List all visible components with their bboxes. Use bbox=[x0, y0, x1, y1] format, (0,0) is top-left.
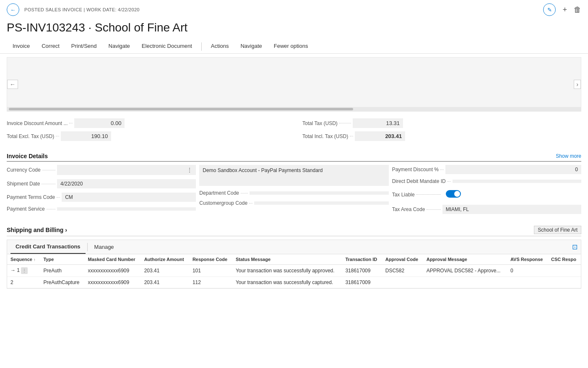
invoice-discount-value: 0.00 bbox=[74, 118, 125, 128]
tab-manage[interactable]: Manage bbox=[89, 240, 119, 253]
th-response-code: Response Code bbox=[189, 254, 232, 265]
cell-type-0: PreAuth bbox=[40, 265, 84, 277]
currency-code-value[interactable]: ⋮ bbox=[57, 165, 196, 175]
payment-terms-label: Payment Terms Code bbox=[7, 194, 62, 200]
scroll-right-arrow[interactable]: › bbox=[574, 80, 581, 89]
cell-sequence-1: 2 bbox=[7, 277, 40, 288]
tab-electronic-document[interactable]: Electronic Document bbox=[136, 39, 198, 53]
currency-code-row: Currency Code ⋮ bbox=[7, 165, 196, 175]
nav-separator bbox=[201, 42, 202, 51]
shipping-header: Shipping and Billing › School of Fine Ar… bbox=[7, 226, 581, 236]
cell-avs-response-0: 0 bbox=[507, 265, 548, 277]
cc-expand-icon[interactable]: ⊡ bbox=[572, 243, 578, 251]
cell-sequence-0: → 1 ⋮ bbox=[7, 265, 40, 277]
details-col-2: Demo Sandbox Account - PayPal Payments S… bbox=[199, 165, 388, 216]
total-incl-tax-row: Total Incl. Tax (USD) 203.41 bbox=[302, 131, 581, 141]
payment-service-label: Payment Service bbox=[7, 206, 57, 212]
sort-icon: ↑ bbox=[34, 258, 36, 262]
content-area: ← › Invoice Discount Amount ... 0.00 Tot… bbox=[0, 57, 588, 289]
cell-status-message-0: Your transaction was successfully approv… bbox=[232, 265, 342, 277]
tab-print-send[interactable]: Print/Send bbox=[65, 39, 103, 53]
th-csc-response: CSC Respo bbox=[548, 254, 581, 265]
total-excl-tax-label: Total Excl. Tax (USD) bbox=[7, 133, 61, 139]
th-sequence[interactable]: Sequence ↑ bbox=[7, 254, 40, 265]
scroll-thumb bbox=[9, 108, 353, 110]
work-date-label: POSTED SALES INVOICE | WORK DATE: 4/22/2… bbox=[24, 7, 140, 12]
more-btn-0[interactable]: ⋮ bbox=[21, 267, 28, 274]
nav-tabs: Invoice Correct Print/Send Navigate Elec… bbox=[0, 39, 588, 54]
total-tax-row: Total Tax (USD) 13.31 bbox=[302, 118, 581, 128]
cell-type-1: PreAuthCapture bbox=[40, 277, 84, 288]
total-tax-value: 13.31 bbox=[353, 118, 403, 128]
tab-invoice[interactable]: Invoice bbox=[7, 39, 36, 53]
totals-grid: Invoice Discount Amount ... 0.00 Total T… bbox=[7, 115, 581, 148]
customergroup-code-label: Customergroup Code bbox=[199, 200, 254, 206]
invoice-details-title: Invoice Details bbox=[7, 153, 48, 159]
th-avs-response: AVS Response bbox=[507, 254, 548, 265]
tab-credit-card-transactions[interactable]: Credit Card Transactions bbox=[10, 240, 86, 254]
details-col-3: Payment Discount % 0 Direct Debit Mandat… bbox=[392, 165, 581, 216]
cell-authorize-amount-0: 203.41 bbox=[141, 265, 189, 277]
cell-approval-code-1 bbox=[382, 277, 423, 288]
add-button[interactable]: + bbox=[562, 5, 567, 14]
th-authorize-amount: Authorize Amount bbox=[141, 254, 189, 265]
credit-card-table: Sequence ↑ Type Masked Card Number Autho… bbox=[7, 254, 581, 288]
page-title: PS-INV103243 · School of Fine Art bbox=[0, 19, 588, 39]
direct-debit-value bbox=[453, 180, 581, 183]
direct-debit-row: Direct Debit Mandate ID bbox=[392, 178, 581, 184]
tab-correct[interactable]: Correct bbox=[36, 39, 65, 53]
tax-area-code-row: Tax Area Code MIAMI, FL bbox=[392, 205, 581, 214]
shipping-title[interactable]: Shipping and Billing › bbox=[7, 227, 67, 233]
cell-response-code-0: 101 bbox=[189, 265, 232, 277]
shipping-title-text: Shipping and Billing bbox=[7, 227, 63, 233]
tab-actions[interactable]: Actions bbox=[205, 39, 235, 53]
edit-icon: ✎ bbox=[547, 7, 552, 13]
total-excl-tax-value: 190.10 bbox=[61, 131, 111, 141]
customergroup-code-value bbox=[254, 201, 389, 205]
invoice-discount-row: Invoice Discount Amount ... 0.00 bbox=[7, 118, 286, 128]
show-more-link[interactable]: Show more bbox=[556, 153, 581, 159]
scroll-left-arrow[interactable]: ← bbox=[7, 80, 18, 89]
th-approval-code: Approval Code bbox=[382, 254, 423, 265]
invoice-discount-label: Invoice Discount Amount ... bbox=[7, 120, 74, 126]
table-header-row: Sequence ↑ Type Masked Card Number Autho… bbox=[7, 254, 581, 265]
table-row: 2 PreAuthCapture xxxxxxxxxxxx6909 203.41… bbox=[7, 277, 581, 288]
cell-masked-card-0: xxxxxxxxxxxx6909 bbox=[85, 265, 141, 277]
scroll-bar[interactable] bbox=[7, 107, 581, 111]
cell-approval-message-1 bbox=[423, 277, 507, 288]
cell-status-message-1: Your transaction was successfully captur… bbox=[232, 277, 342, 288]
th-masked-card: Masked Card Number bbox=[85, 254, 141, 265]
currency-dots-btn[interactable]: ⋮ bbox=[187, 167, 193, 173]
tax-liable-row: Tax Liable bbox=[392, 188, 581, 201]
credit-card-section: Credit Card Transactions Manage ⊡ Sequen… bbox=[7, 240, 581, 289]
payment-discount-value: 0 bbox=[445, 165, 581, 174]
payment-discount-row: Payment Discount % 0 bbox=[392, 165, 581, 174]
top-bar: ← POSTED SALES INVOICE | WORK DATE: 4/22… bbox=[0, 0, 588, 19]
shipment-date-value: 4/22/2020 bbox=[57, 179, 196, 188]
payment-service-row: Payment Service bbox=[7, 206, 196, 212]
paypal-box: Demo Sandbox Account - PayPal Payments S… bbox=[199, 165, 388, 186]
cc-table-body: → 1 ⋮ PreAuth xxxxxxxxxxxx6909 203.41 10… bbox=[7, 265, 581, 288]
direct-debit-label: Direct Debit Mandate ID bbox=[392, 178, 453, 184]
tab-navigate-right[interactable]: Navigate bbox=[234, 39, 268, 53]
cell-masked-card-1: xxxxxxxxxxxx6909 bbox=[85, 277, 141, 288]
cell-transaction-id-1: 318617009 bbox=[342, 277, 382, 288]
tax-liable-toggle[interactable] bbox=[446, 190, 461, 198]
back-button[interactable]: ← bbox=[7, 3, 19, 16]
top-icons: ✎ + 🗑 bbox=[543, 3, 581, 16]
department-code-value bbox=[250, 191, 388, 195]
edit-button[interactable]: ✎ bbox=[543, 3, 556, 16]
cell-authorize-amount-1: 203.41 bbox=[141, 277, 189, 288]
details-layout: Currency Code ⋮ Shipment Date 4/22/2020 … bbox=[7, 165, 581, 221]
invoice-details-header: Invoice Details Show more bbox=[7, 153, 581, 162]
cc-tab-separator bbox=[87, 243, 88, 251]
tab-fewer-options[interactable]: Fewer options bbox=[268, 39, 314, 53]
shipment-date-row: Shipment Date 4/22/2020 bbox=[7, 179, 196, 188]
department-code-row: Department Code bbox=[199, 190, 388, 196]
delete-button[interactable]: 🗑 bbox=[574, 5, 581, 14]
shipping-chevron-icon: › bbox=[65, 227, 67, 233]
shipping-tag: School of Fine Art bbox=[534, 226, 581, 234]
cell-transaction-id-0: 318617009 bbox=[342, 265, 382, 277]
tab-navigate-left[interactable]: Navigate bbox=[103, 39, 136, 53]
tax-liable-value bbox=[442, 188, 581, 201]
